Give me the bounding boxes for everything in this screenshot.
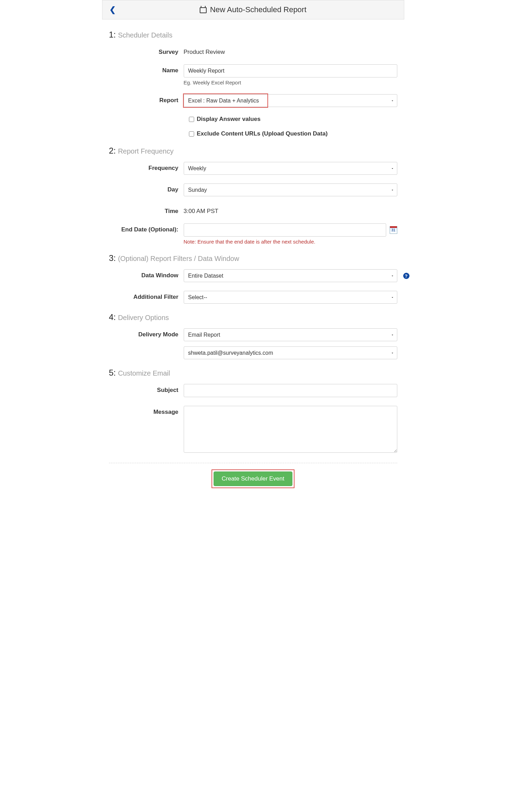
- label-delivery-mode: Delivery Mode: [109, 328, 184, 338]
- label-report: Report: [109, 94, 184, 104]
- page-container: ❮ New Auto-Scheduled Report 1: Scheduler…: [102, 0, 404, 502]
- label-day: Day: [109, 183, 184, 193]
- row-message: Message: [109, 406, 397, 454]
- label-survey: Survey: [109, 46, 184, 56]
- additional-filter-select[interactable]: Select--: [184, 291, 397, 304]
- label-additional-filter: Additional Filter: [109, 291, 184, 301]
- header-bar: ❮ New Auto-Scheduled Report: [102, 0, 404, 19]
- row-delivery-mode: Delivery Mode Email Report: [109, 328, 397, 341]
- report-select[interactable]: Excel : Raw Data + Analytics: [184, 94, 397, 107]
- data-window-select[interactable]: Entire Dataset: [184, 269, 397, 282]
- label-time: Time: [109, 205, 184, 215]
- exclude-urls-checkbox[interactable]: [189, 131, 194, 137]
- label-frequency: Frequency: [109, 162, 184, 172]
- name-hint: Eg. Weekly Excel Report: [184, 80, 397, 85]
- row-display-answer: Display Answer values: [189, 116, 397, 123]
- label-end-date: End Date (Optional):: [109, 223, 184, 233]
- divider: [109, 463, 397, 463]
- day-select[interactable]: Sunday: [184, 183, 397, 196]
- subject-input[interactable]: [184, 384, 397, 397]
- row-survey: Survey Product Review: [109, 46, 397, 56]
- header-title-text: New Auto-Scheduled Report: [210, 5, 307, 14]
- submit-highlight: Create Scheduler Event: [211, 469, 295, 488]
- row-frequency: Frequency Weekly: [109, 162, 397, 175]
- display-answer-label: Display Answer values: [197, 116, 261, 123]
- name-input[interactable]: [184, 64, 397, 77]
- label-data-window: Data Window: [109, 269, 184, 279]
- create-scheduler-button[interactable]: Create Scheduler Event: [214, 471, 292, 486]
- survey-value: Product Review: [184, 46, 397, 56]
- label-name: Name: [109, 64, 184, 74]
- calendar-picker-icon[interactable]: 31: [390, 226, 397, 234]
- row-additional-filter: Additional Filter Select--: [109, 291, 397, 304]
- form-body: 1: Scheduler Details Survey Product Revi…: [102, 19, 404, 502]
- time-value: 3:00 AM PST: [184, 205, 397, 215]
- end-date-input[interactable]: [184, 223, 386, 237]
- message-textarea[interactable]: [184, 406, 397, 453]
- row-report: Report Excel : Raw Data + Analytics: [109, 94, 397, 107]
- row-data-window: Data Window Entire Dataset ?: [109, 269, 397, 282]
- submit-wrap: Create Scheduler Event: [109, 469, 397, 495]
- row-end-date: End Date (Optional): 31 Note: Ensure tha…: [109, 223, 397, 245]
- help-icon[interactable]: ?: [403, 273, 409, 279]
- display-answer-checkbox[interactable]: [189, 117, 194, 122]
- row-subject: Subject: [109, 384, 397, 397]
- exclude-urls-label: Exclude Content URLs (Upload Question Da…: [197, 130, 328, 137]
- section-2-title: 2: Report Frequency: [109, 146, 397, 156]
- row-exclude-urls: Exclude Content URLs (Upload Question Da…: [189, 130, 397, 137]
- section-4-title: 4: Delivery Options: [109, 312, 397, 322]
- calendar-icon: [200, 6, 207, 13]
- row-day: Day Sunday: [109, 183, 397, 196]
- label-subject: Subject: [109, 384, 184, 394]
- row-email: shweta.patil@surveyanalytics.com: [109, 346, 397, 359]
- row-time: Time 3:00 AM PST: [109, 205, 397, 215]
- label-message: Message: [109, 406, 184, 416]
- section-1-title: 1: Scheduler Details: [109, 30, 397, 40]
- row-name: Name Eg. Weekly Excel Report: [109, 64, 397, 85]
- frequency-select[interactable]: Weekly: [184, 162, 397, 175]
- delivery-mode-select[interactable]: Email Report: [184, 328, 397, 341]
- end-date-note: Note: Ensure that the end date is after …: [184, 239, 397, 245]
- back-icon[interactable]: ❮: [109, 5, 116, 14]
- section-3-title: 3: (Optional) Report Filters / Data Wind…: [109, 253, 397, 263]
- email-select[interactable]: shweta.patil@surveyanalytics.com: [184, 346, 397, 359]
- section-5-title: 5: Customize Email: [109, 368, 397, 378]
- header-title: New Auto-Scheduled Report: [109, 5, 397, 14]
